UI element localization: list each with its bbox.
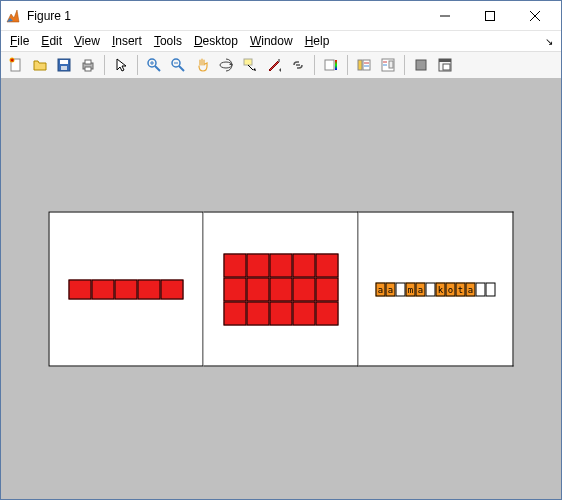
- cell: [92, 279, 115, 299]
- svg-line-18: [179, 66, 184, 71]
- cell: [486, 282, 496, 296]
- svg-rect-22: [244, 59, 252, 65]
- legend-icon[interactable]: [353, 54, 375, 76]
- cell: a: [416, 282, 426, 296]
- link-icon[interactable]: [287, 54, 309, 76]
- new-figure-icon[interactable]: ✱: [5, 54, 27, 76]
- cell: [161, 279, 184, 299]
- svg-rect-38: [416, 60, 426, 70]
- titlebar: Figure 1: [1, 1, 561, 31]
- save-icon[interactable]: [53, 54, 75, 76]
- svg-marker-24: [253, 68, 256, 71]
- cell: m: [406, 282, 416, 296]
- matlab-icon: [5, 8, 21, 24]
- cell: a: [376, 282, 386, 296]
- cell: [292, 253, 315, 277]
- cell: [396, 282, 406, 296]
- svg-marker-26: [279, 68, 281, 72]
- close-button[interactable]: [512, 2, 557, 30]
- cell: o: [446, 282, 456, 296]
- cell: a: [466, 282, 476, 296]
- cell: [426, 282, 436, 296]
- subplot-2: [204, 212, 359, 367]
- cell: [223, 301, 246, 325]
- menu-desktop[interactable]: Desktop: [189, 33, 243, 49]
- svg-rect-28: [325, 60, 334, 70]
- dock-menu-icon[interactable]: ↘: [545, 36, 557, 47]
- rotate-3d-icon[interactable]: [215, 54, 237, 76]
- maximize-button[interactable]: [467, 2, 512, 30]
- subplot-3: a a m a k o t a: [359, 212, 514, 367]
- cell: [115, 279, 138, 299]
- cell: [269, 301, 292, 325]
- svg-rect-31: [363, 60, 370, 70]
- menu-tools[interactable]: Tools: [149, 33, 187, 49]
- menu-edit[interactable]: Edit: [36, 33, 67, 49]
- cell: [292, 277, 315, 301]
- cell: t: [456, 282, 466, 296]
- menu-window[interactable]: Window: [245, 33, 298, 49]
- minimize-button[interactable]: [422, 2, 467, 30]
- colorbar-icon[interactable]: [320, 54, 342, 76]
- figure-window: Figure 1 File Edit View Insert Tools Des…: [0, 0, 562, 500]
- cell: [292, 301, 315, 325]
- heatmap-1x5: [69, 279, 184, 299]
- print-icon[interactable]: [77, 54, 99, 76]
- figure-canvas[interactable]: a a m a k o t a: [1, 79, 561, 499]
- cell: [315, 253, 338, 277]
- subplot-row: a a m a k o t a: [49, 212, 514, 367]
- svg-rect-29: [335, 60, 337, 70]
- cell: [315, 277, 338, 301]
- svg-rect-37: [389, 61, 393, 68]
- cell: [246, 277, 269, 301]
- svg-rect-11: [85, 60, 91, 64]
- window-title: Figure 1: [27, 9, 422, 23]
- pan-icon[interactable]: [191, 54, 213, 76]
- svg-rect-30: [358, 60, 362, 70]
- toolbar-separator: [404, 55, 405, 75]
- svg-rect-8: [60, 60, 68, 64]
- cell: [246, 253, 269, 277]
- menu-insert[interactable]: Insert: [107, 33, 147, 49]
- svg-rect-40: [439, 59, 451, 62]
- plot-tools-icon[interactable]: [377, 54, 399, 76]
- hide-tools-icon[interactable]: [410, 54, 432, 76]
- open-icon[interactable]: [29, 54, 51, 76]
- window-controls: [422, 2, 557, 30]
- cell: a: [386, 282, 396, 296]
- data-cursor-icon[interactable]: [239, 54, 261, 76]
- cell: [315, 301, 338, 325]
- toolbar-separator: [137, 55, 138, 75]
- heatmap-char-array: a a m a k o t a: [376, 282, 496, 296]
- menu-file[interactable]: File: [5, 33, 34, 49]
- svg-text:✱: ✱: [10, 57, 14, 63]
- toolbar: ✱: [1, 51, 561, 79]
- toolbar-separator: [314, 55, 315, 75]
- menubar: File Edit View Insert Tools Desktop Wind…: [1, 31, 561, 51]
- cell: [223, 277, 246, 301]
- zoom-in-icon[interactable]: [143, 54, 165, 76]
- toolbar-separator: [104, 55, 105, 75]
- cell: [138, 279, 161, 299]
- cell: [476, 282, 486, 296]
- toolbar-separator: [347, 55, 348, 75]
- cell: k: [436, 282, 446, 296]
- svg-rect-25: [278, 59, 280, 62]
- cell: [246, 301, 269, 325]
- svg-line-23: [248, 65, 253, 70]
- svg-rect-12: [85, 67, 91, 71]
- brush-icon[interactable]: [263, 54, 285, 76]
- cell: [269, 277, 292, 301]
- cell: [69, 279, 92, 299]
- dock-icon[interactable]: [434, 54, 456, 76]
- pointer-icon[interactable]: [110, 54, 132, 76]
- heatmap-3x5: [223, 253, 338, 325]
- cell: [223, 253, 246, 277]
- svg-rect-41: [443, 64, 450, 70]
- svg-line-14: [155, 66, 160, 71]
- zoom-out-icon[interactable]: [167, 54, 189, 76]
- svg-rect-9: [61, 66, 67, 70]
- menu-help[interactable]: Help: [300, 33, 335, 49]
- svg-rect-1: [485, 11, 494, 20]
- menu-view[interactable]: View: [69, 33, 105, 49]
